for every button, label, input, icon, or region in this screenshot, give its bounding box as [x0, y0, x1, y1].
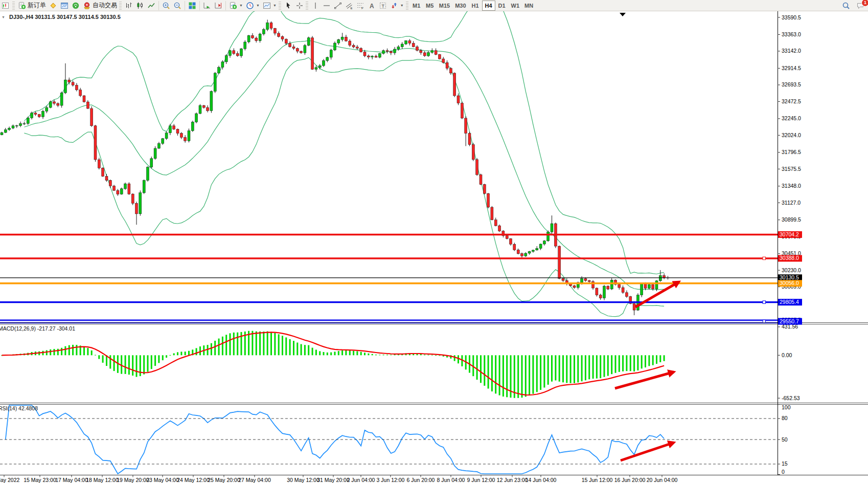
time-tick: 15 May 23:00: [24, 477, 56, 483]
line-chart-icon: [147, 2, 155, 10]
price-tick: 33363.0: [782, 31, 801, 37]
bar-chart-icon: [125, 2, 133, 10]
time-tick: 24 May 12:00: [177, 477, 210, 483]
zoom-in-button[interactable]: [161, 1, 172, 11]
bar-chart-type-button[interactable]: [123, 1, 134, 11]
rsi-tick: 0: [782, 469, 785, 475]
toolbar-separator: [158, 1, 159, 10]
candlestick-icon: [136, 2, 144, 10]
price-tick: 32914.5: [782, 65, 801, 71]
chart-shift-icon: [214, 2, 222, 10]
macd-signal-line: [2, 332, 665, 395]
rsi-line: [6, 405, 664, 474]
channel-icon: E: [345, 2, 353, 10]
timeframe-W1[interactable]: W1: [509, 1, 522, 11]
tile-windows-button[interactable]: [187, 1, 198, 11]
svg-text:T: T: [381, 3, 384, 8]
svg-text:30388.0: 30388.0: [780, 255, 799, 261]
auto-scroll-icon: [203, 2, 211, 10]
toolbar-grip: [12, 2, 15, 10]
yellow-gem-icon: [49, 2, 57, 10]
bollinger-middle: [24, 40, 664, 290]
templates-button[interactable]: ▼: [261, 1, 278, 11]
rsi-tick: 80: [782, 415, 788, 421]
mini-chart-icon: [2, 2, 9, 10]
time-tick: 23 May 04:00: [146, 477, 179, 483]
symbol-dropdown-caret[interactable]: ▼: [2, 15, 5, 19]
line-chart-type-button[interactable]: [146, 1, 157, 11]
chevron-down-icon: ▼: [256, 4, 260, 7]
level-handle[interactable]: [763, 301, 766, 304]
rsi-tick: 50: [782, 436, 788, 443]
price-tick: 30899.5: [782, 216, 801, 223]
svg-text:E: E: [350, 7, 352, 10]
chart-shift-marker[interactable]: [620, 13, 626, 16]
signal-icon: [72, 2, 80, 10]
autotrading-icon: [83, 2, 91, 10]
toolbar-grip: [306, 2, 308, 10]
chart-shift-button[interactable]: [213, 1, 224, 11]
time-tick: 13 May 2022: [0, 477, 20, 483]
level-handle[interactable]: [763, 257, 766, 260]
fibonacci-icon: F: [356, 2, 364, 10]
timeframe-H1[interactable]: H1: [469, 1, 482, 11]
timeframe-H4[interactable]: H4: [482, 1, 495, 11]
indicators-button[interactable]: ▼: [227, 1, 244, 11]
horizontal-line-icon: [323, 2, 331, 10]
shapes-arrows-icon: [390, 2, 398, 10]
time-tick: 25 May 20:00: [208, 477, 240, 483]
level-handle[interactable]: [763, 320, 766, 323]
chart-canvas[interactable]: 431.560.00-652.53 1008050150 33590.53336…: [0, 11, 868, 483]
history-center-button[interactable]: [48, 1, 59, 11]
timeframe-MN[interactable]: MN: [522, 1, 536, 11]
signals-button[interactable]: [70, 1, 81, 11]
horizontal-line-tool-button[interactable]: [321, 1, 332, 11]
rsi-pane[interactable]: 1008050150: [0, 404, 791, 475]
chart-title: DJ30-,H4 30131.5 30147.5 30114.5 30130.5: [9, 14, 121, 20]
rsi-trend-arrow[interactable]: [621, 443, 674, 460]
text-label-tool-button[interactable]: T: [377, 1, 389, 11]
autotrading-button[interactable]: 自动交易: [81, 1, 119, 11]
chevron-down-icon: ▼: [239, 4, 243, 7]
chart-window-icon-button[interactable]: [1, 1, 12, 11]
price-pane[interactable]: [0, 11, 868, 475]
equidistant-channel-tool-button[interactable]: E: [344, 1, 355, 11]
market-watch-button[interactable]: [59, 1, 70, 11]
trend-arrows[interactable]: [615, 282, 679, 460]
time-tick: 15 Jun 12:00: [582, 477, 613, 483]
price-tick: 31796.5: [782, 149, 801, 155]
timeframe-M15[interactable]: M15: [437, 1, 452, 11]
auto-scroll-button[interactable]: [201, 1, 213, 11]
timeframe-D1[interactable]: D1: [495, 1, 509, 11]
macd-tick: 0.00: [782, 352, 792, 358]
periods-button[interactable]: ▼: [244, 1, 261, 11]
last-price-marker: [666, 276, 670, 279]
chevron-down-icon: ▼: [273, 4, 277, 7]
text-tool-button[interactable]: A: [366, 1, 377, 11]
cursor-icon: [284, 2, 292, 10]
cursor-button[interactable]: [283, 1, 294, 11]
macd-pane[interactable]: 431.560.00-652.53: [1, 323, 800, 401]
zoom-out-button[interactable]: [172, 1, 183, 11]
search-button[interactable]: [840, 1, 852, 11]
crosshair-button[interactable]: [294, 1, 305, 11]
arrows-tool-button[interactable]: ▼: [389, 1, 405, 11]
trendline-tool-button[interactable]: [332, 1, 344, 11]
new-order-icon: [18, 2, 26, 10]
timeframe-M30[interactable]: M30: [452, 1, 468, 11]
price-tick: 32245.0: [782, 115, 801, 121]
price-tick: 32024.0: [782, 132, 801, 138]
toolbar-separator: [199, 1, 200, 10]
new-order-button[interactable]: 新订单: [16, 1, 48, 11]
timeframe-M5[interactable]: M5: [423, 1, 437, 11]
time-tick: 14 Jun 04:00: [526, 477, 557, 483]
candlestick-type-button[interactable]: [134, 1, 146, 11]
vertical-line-tool-button[interactable]: [310, 1, 321, 11]
price-tick: 32693.5: [782, 81, 801, 87]
timeframe-M1[interactable]: M1: [410, 1, 423, 11]
notifications-button[interactable]: 1: [855, 1, 866, 11]
fibonacci-tool-button[interactable]: F: [355, 1, 366, 11]
time-axis[interactable]: 13 May 202215 May 23:0017 May 04:0018 Ma…: [0, 475, 678, 483]
template-icon: [263, 2, 271, 10]
crosshair-icon: [295, 2, 304, 10]
